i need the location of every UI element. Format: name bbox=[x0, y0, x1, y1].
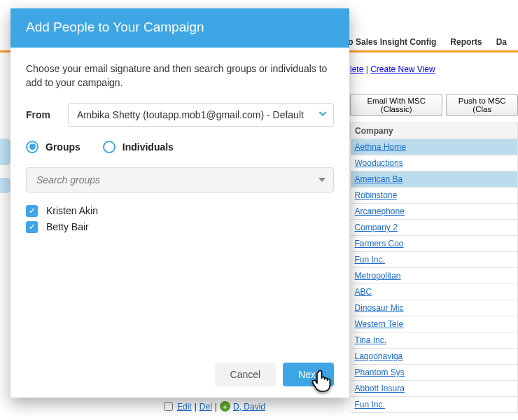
modal-description: Choose your email signature and then sea… bbox=[26, 62, 334, 90]
table-row[interactable]: Company 2 bbox=[351, 220, 518, 236]
company-link[interactable]: Metropolitan bbox=[355, 271, 401, 281]
radio-groups[interactable]: Groups bbox=[26, 141, 80, 153]
person-name: Betty Bair bbox=[46, 221, 89, 232]
sep: | bbox=[195, 402, 197, 412]
search-groups-field[interactable] bbox=[26, 167, 334, 192]
person-row[interactable]: ✓Betty Bair bbox=[26, 221, 334, 233]
radio-icon bbox=[103, 141, 115, 153]
table-row[interactable]: Farmers Coo bbox=[351, 236, 518, 252]
table-row[interactable]: Tina Inc. bbox=[351, 332, 518, 349]
company-link[interactable]: Abbott Insura bbox=[355, 384, 405, 393]
plus-icon[interactable]: + bbox=[220, 401, 230, 412]
table-row[interactable]: Wooductions bbox=[351, 155, 518, 172]
row-checkbox[interactable] bbox=[164, 402, 173, 411]
company-link[interactable]: ABC bbox=[355, 287, 372, 297]
from-label: From bbox=[26, 109, 55, 120]
chevron-down-icon bbox=[318, 109, 327, 120]
company-link[interactable]: Fun Inc. bbox=[355, 255, 385, 265]
caret-down-icon bbox=[318, 178, 326, 182]
bg-left-accent bbox=[0, 139, 11, 165]
table-row[interactable]: Phantom Sys bbox=[351, 365, 518, 381]
company-link[interactable]: Phantom Sys bbox=[355, 368, 405, 377]
audience-radio-group: Groups Individuals bbox=[26, 141, 334, 153]
company-link[interactable]: American Ba bbox=[355, 174, 403, 184]
modal-body: Choose your email signature and then sea… bbox=[10, 48, 349, 351]
companies-table: Company Aethna HomeWooductionsAmerican B… bbox=[350, 122, 518, 413]
company-link[interactable]: Robinstone bbox=[355, 190, 398, 200]
table-row[interactable]: Fun Inc. bbox=[351, 397, 518, 413]
from-select[interactable]: Ambika Shetty (toutapp.mob1@gmail.com) -… bbox=[68, 103, 334, 127]
company-link[interactable]: Dinosaur Mic bbox=[355, 303, 404, 313]
pipe: | bbox=[215, 402, 217, 412]
checkbox-icon[interactable]: ✓ bbox=[26, 205, 38, 217]
search-groups-input[interactable] bbox=[26, 167, 334, 192]
row-name-link[interactable]: D, David bbox=[233, 402, 265, 412]
radio-individuals[interactable]: Individuals bbox=[103, 141, 174, 153]
nav-da[interactable]: Da bbox=[489, 37, 514, 47]
nav-reports[interactable]: Reports bbox=[443, 37, 489, 47]
company-link[interactable]: Aethna Home bbox=[355, 142, 406, 152]
company-link[interactable]: Fun Inc. bbox=[355, 400, 385, 410]
company-link[interactable]: Arcanephone bbox=[355, 206, 405, 216]
radio-individuals-label: Individuals bbox=[122, 141, 174, 153]
bg-action-buttons: Email With MSC (Classic) Push to MSC (Cl… bbox=[350, 94, 518, 116]
table-row[interactable]: Lagoonaviga bbox=[351, 349, 518, 365]
radio-icon bbox=[26, 141, 38, 153]
nav-sales-insight[interactable]: to Sales Insight Config bbox=[338, 37, 443, 47]
edit-link[interactable]: Edit bbox=[177, 402, 192, 412]
person-row[interactable]: ✓Kristen Akin bbox=[26, 205, 334, 217]
del-link[interactable]: Del bbox=[200, 402, 212, 412]
email-with-msc-button[interactable]: Email With MSC (Classic) bbox=[350, 94, 442, 116]
add-people-modal: Add People to Your Campaign Choose your … bbox=[10, 8, 349, 398]
table-row[interactable]: Western Tele bbox=[351, 316, 518, 332]
company-link[interactable]: Western Tele bbox=[355, 319, 404, 329]
next-button[interactable]: Next bbox=[283, 363, 334, 386]
selected-people-list: ✓Kristen Akin✓Betty Bair bbox=[26, 205, 334, 233]
company-link[interactable]: Company 2 bbox=[355, 223, 398, 232]
bg-edit-row: Edit | Del | + D, David bbox=[164, 401, 265, 412]
table-row[interactable]: Aethna Home bbox=[351, 139, 518, 155]
person-name: Kristen Akin bbox=[46, 205, 98, 216]
companies-header[interactable]: Company bbox=[351, 123, 518, 139]
link-delete[interactable]: lete bbox=[350, 64, 363, 74]
modal-footer: Cancel Next bbox=[10, 351, 349, 398]
radio-groups-label: Groups bbox=[46, 141, 80, 153]
modal-title: Add People to Your Campaign bbox=[10, 8, 349, 48]
table-row[interactable]: Abbott Insura bbox=[351, 381, 518, 397]
table-row[interactable]: American Ba bbox=[351, 172, 518, 188]
sep: | bbox=[363, 64, 370, 74]
table-row[interactable]: Metropolitan bbox=[351, 268, 518, 284]
table-row[interactable]: Arcanephone bbox=[351, 204, 518, 220]
table-row[interactable]: Robinstone bbox=[351, 188, 518, 204]
link-create-view[interactable]: Create New View bbox=[370, 64, 435, 74]
bg-left-accent bbox=[0, 178, 11, 193]
company-link[interactable]: Wooductions bbox=[355, 158, 403, 168]
company-link[interactable]: Farmers Coo bbox=[355, 239, 404, 248]
from-row: From Ambika Shetty (toutapp.mob1@gmail.c… bbox=[26, 103, 334, 127]
cancel-button[interactable]: Cancel bbox=[215, 363, 276, 386]
table-row[interactable]: Fun Inc. bbox=[351, 252, 518, 268]
checkbox-icon[interactable]: ✓ bbox=[26, 221, 38, 233]
table-row[interactable]: ABC bbox=[351, 284, 518, 300]
company-link[interactable]: Tina Inc. bbox=[355, 335, 387, 345]
company-link[interactable]: Lagoonaviga bbox=[355, 351, 403, 361]
push-to-msc-button[interactable]: Push to MSC (Clas bbox=[446, 94, 518, 116]
from-select-value[interactable]: Ambika Shetty (toutapp.mob1@gmail.com) -… bbox=[68, 103, 334, 127]
table-row[interactable]: Dinosaur Mic bbox=[351, 300, 518, 316]
bg-view-links: lete | Create New View bbox=[350, 64, 435, 74]
